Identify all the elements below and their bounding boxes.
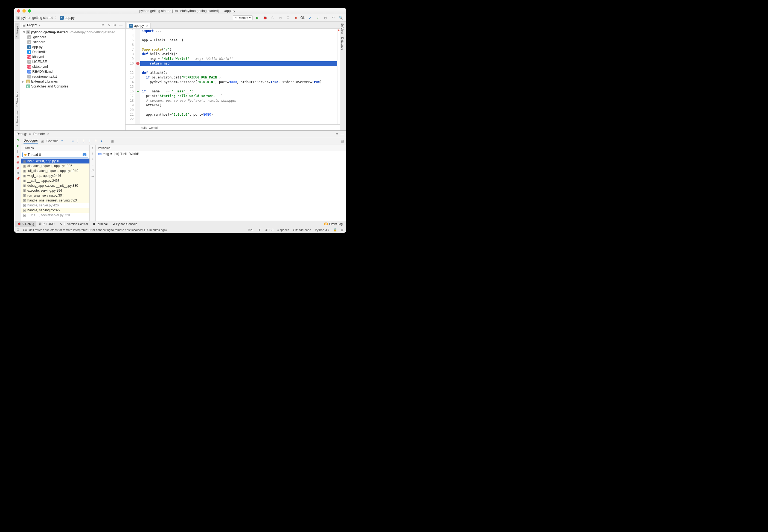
tree-file[interactable]: YMLk8s.yml [20, 54, 125, 59]
tree-scratches[interactable]: ◧Scratches and Consoles [20, 84, 125, 89]
debug-settings-button[interactable]: ✲ [16, 171, 19, 175]
stack-frame[interactable]: ▣handle, serving.py:327 [21, 208, 89, 213]
tree-file[interactable]: MDREADME.md [20, 69, 125, 74]
error-mark-icon[interactable] [337, 29, 340, 31]
tree-file[interactable]: ◆Dockerfile [20, 49, 125, 54]
coverage-button[interactable]: ⬡ [270, 15, 276, 21]
profile-button[interactable]: ◔ [277, 15, 283, 21]
duplicate-watch-button[interactable]: ⿻ [91, 169, 94, 173]
status-interpreter[interactable]: Python 3.7 [315, 228, 329, 232]
git-commit-button[interactable]: ✓ [315, 15, 321, 21]
tree-file[interactable]: ≡.stignore [20, 40, 125, 45]
mute-breakpoints-button[interactable]: ⌀ [17, 166, 19, 169]
attach-button[interactable]: ↧ [285, 15, 291, 21]
stack-frame[interactable]: ▣debug_application, __init__.py:330 [21, 183, 89, 188]
locate-icon[interactable]: ⊕ [101, 23, 105, 27]
force-step-into-button[interactable]: ⭥ [82, 139, 86, 143]
console-tab[interactable]: Console [46, 139, 59, 143]
status-line-col[interactable]: 10:1 [248, 228, 253, 232]
run-gutter-icon[interactable]: ▶ [135, 89, 140, 93]
bottom-tab-python-console[interactable]: ◒Python Console [110, 221, 139, 227]
close-tab-icon[interactable]: ✕ [145, 24, 148, 27]
step-over-button[interactable]: ⤼ [71, 139, 74, 143]
breakpoint-icon[interactable] [136, 62, 139, 65]
thread-selector[interactable]: Thread-8 ⌄ [22, 152, 88, 157]
pin-button[interactable]: 📌 [16, 177, 20, 180]
search-button[interactable]: 🔍 [338, 15, 344, 21]
stack-frame[interactable]: ▣run_wsgi, serving.py:304 [21, 193, 89, 198]
close-window-button[interactable] [17, 9, 20, 13]
stack-frame[interactable]: ▣hello_world, app.py:10 [21, 159, 89, 163]
git-history-button[interactable]: ◷ [322, 15, 328, 21]
tree-file[interactable]: ●app.py [20, 45, 125, 49]
hide-panel-icon[interactable]: — [340, 132, 344, 136]
add-watch-button[interactable]: ＋ [91, 157, 94, 162]
settings-icon[interactable]: ✲ [113, 23, 117, 27]
status-encoding[interactable]: UTF-8 [265, 228, 273, 232]
stop-debug-button[interactable]: ■ [17, 155, 19, 159]
layout-icon[interactable]: ▤ [341, 139, 344, 143]
run-button[interactable]: ▶ [254, 15, 260, 21]
favorites-tool-tab[interactable]: 2: Favorites [15, 109, 19, 128]
step-into-button[interactable]: ⭣ [76, 139, 80, 143]
hide-icon[interactable]: — [119, 23, 123, 27]
project-view-label[interactable]: Project [27, 23, 37, 27]
breadcrumb-file[interactable]: app.py [65, 16, 75, 20]
bottom-tab-todo[interactable]: ☑6: TODO [37, 221, 57, 227]
lock-icon[interactable]: 🔒 [333, 228, 337, 232]
close-icon[interactable]: ✕ [47, 132, 49, 135]
tree-file[interactable]: ≡.gitignore [20, 35, 125, 40]
zoom-window-button[interactable] [28, 9, 31, 13]
stop-button[interactable]: ■ [293, 15, 299, 21]
debug-config-name[interactable]: Remote [33, 132, 45, 136]
tree-file[interactable]: ≡LICENSE [20, 59, 125, 64]
prev-frame-button[interactable]: ↑ [92, 146, 93, 150]
stack-frame[interactable]: ▣dispatch_request, app.py:1935 [21, 163, 89, 168]
debug-button[interactable]: 🐞 [262, 15, 268, 21]
code-breadcrumb[interactable]: hello_world() [125, 124, 340, 130]
project-tool-tab[interactable]: 1: Project [15, 23, 19, 39]
collapse-icon[interactable]: ⇲ [107, 23, 111, 27]
evaluate-button[interactable]: ▦ [111, 139, 114, 143]
breadcrumb-folder[interactable]: python-getting-started [21, 16, 53, 20]
git-revert-button[interactable]: ↶ [330, 15, 336, 21]
stack-frame[interactable]: ▣handle, server.py:426 [21, 203, 89, 208]
structure-tool-tab[interactable]: 7: Structure [15, 90, 19, 109]
next-frame-button[interactable]: ↓ [92, 151, 93, 155]
stack-frame[interactable]: ▣__init__, socketserver.py:720 [21, 213, 89, 218]
debugger-tab[interactable]: Debugger [24, 139, 38, 144]
code-editor[interactable]: import ... app = Flask(__name__) @app.ro… [140, 29, 337, 124]
tree-file[interactable]: ≡requirements.txt [20, 74, 125, 79]
tree-root[interactable]: ▼ ▣ python-getting-started ~/okteto/pyth… [20, 30, 125, 35]
stack-frame[interactable]: ▣execute, serving.py:294 [21, 188, 89, 193]
sciview-tool-tab[interactable]: SciView [340, 22, 344, 36]
step-out-button[interactable]: ⭡ [94, 139, 98, 143]
run-to-cursor-button[interactable]: ➤ [100, 139, 103, 143]
rerun-button[interactable]: ↻ [16, 138, 19, 142]
status-notification-icon[interactable]: ☐ [16, 228, 19, 232]
bottom-tab-vcs[interactable]: ⌥9: Version Control [57, 221, 90, 227]
minimize-window-button[interactable] [22, 9, 26, 13]
run-config-selector[interactable]: ⎋ Remote ▾ [233, 15, 253, 20]
stack-frame[interactable]: ▣wsgi_app, app.py:2446 [21, 173, 89, 178]
stack-frame[interactable]: ▣__call__, app.py:2463 [21, 178, 89, 183]
variable-row[interactable]: 01 msg = {str} 'Hello World!' [96, 151, 346, 157]
gutter-icons[interactable]: ▶ [135, 29, 140, 124]
status-indent[interactable]: 4 spaces [277, 228, 289, 232]
remove-watch-button[interactable]: − [92, 163, 93, 167]
bottom-tab-event-log[interactable]: 2Event Log [322, 221, 345, 227]
status-line-sep[interactable]: LF [257, 228, 261, 232]
pause-button[interactable]: ‖ [17, 149, 19, 153]
step-into-my-code-button[interactable]: ⭣ [88, 139, 92, 143]
git-update-button[interactable]: ↙ [307, 15, 313, 21]
bottom-tab-terminal[interactable]: ▣Terminal [90, 221, 110, 227]
editor-tab-app-py[interactable]: ● app.py ✕ [127, 23, 151, 28]
view-breakpoints-button[interactable]: ◉ [16, 160, 19, 164]
stack-frame[interactable]: ▣handle_one_request, serving.py:3 [21, 198, 89, 203]
bottom-tab-debug[interactable]: 🐞5: Debug [15, 221, 36, 227]
trash-icon[interactable]: 🗑 [341, 228, 344, 232]
resume-button[interactable]: ▶ [17, 144, 19, 148]
tree-file[interactable]: YMLokteto.yml [20, 64, 125, 69]
debug-settings-icon[interactable]: ✲ [335, 132, 338, 136]
database-tool-tab[interactable]: Database [340, 36, 344, 52]
